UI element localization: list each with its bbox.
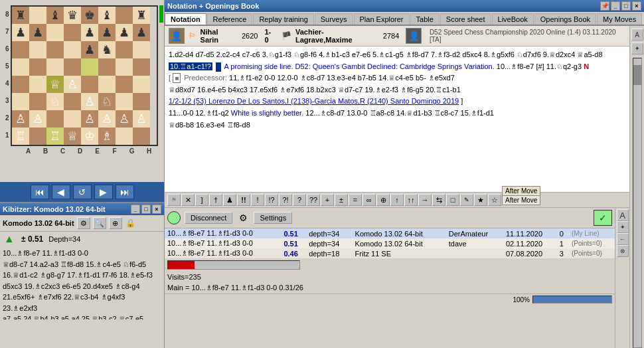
- toolbar-bracket-btn[interactable]: ]: [195, 194, 208, 206]
- square-d5[interactable]: [64, 58, 81, 76]
- square-h5[interactable]: [133, 58, 150, 76]
- move-9qxc4[interactable]: 9.♕d2xc4: [543, 50, 578, 58]
- notation-minimize[interactable]: _: [611, 1, 620, 11]
- move-16rfd8[interactable]: ♖f8-d8: [227, 121, 250, 129]
- square-c1[interactable]: ♖: [46, 128, 64, 145]
- toolbar-cross-btn[interactable]: ✕: [181, 194, 195, 206]
- square-c3[interactable]: ♘: [46, 93, 64, 110]
- square-c6[interactable]: [46, 41, 64, 58]
- move-3nf6[interactable]: ♘g8-f6: [293, 50, 319, 58]
- var-20rc1b1[interactable]: 20.♖c1-b1: [426, 86, 461, 94]
- tab-replay[interactable]: Replay training: [253, 13, 313, 25]
- square-g5[interactable]: [116, 58, 133, 76]
- toolbar-flag-btn[interactable]: ⚑: [167, 194, 181, 206]
- notation-pin[interactable]: 📌: [600, 1, 609, 11]
- square-e7[interactable]: ♟: [81, 24, 98, 41]
- move-7bd2[interactable]: 7.♗f3-d2: [431, 50, 462, 58]
- toolbar-star-empty-btn[interactable]: ☆: [488, 194, 501, 206]
- var-17e5xf6[interactable]: 17.e5xf6: [250, 86, 280, 94]
- toolbar-up2-btn[interactable]: ↑↑: [404, 194, 418, 206]
- var-16e5[interactable]: 16.e4-e5: [197, 86, 228, 94]
- square-a2[interactable]: ♙: [12, 110, 29, 128]
- move-5bg5[interactable]: 5.♗c1-g5: [372, 50, 406, 58]
- tab-reference[interactable]: Reference: [207, 13, 253, 25]
- tab-plan-explorer[interactable]: Plan Explorer: [354, 13, 410, 25]
- toolbar-plus-btn[interactable]: +: [321, 194, 334, 206]
- square-b3[interactable]: [29, 93, 46, 110]
- move-13ra8c8[interactable]: ♖a8-c8: [370, 109, 397, 117]
- square-g7[interactable]: ♟: [116, 24, 133, 41]
- move-1d4[interactable]: 1.d2-d4: [169, 50, 195, 58]
- square-b8[interactable]: [29, 7, 46, 24]
- toolbar-exclquest-btn[interactable]: !?: [265, 194, 278, 206]
- pred-13e4[interactable]: 13.e3-e4: [327, 74, 357, 82]
- notation-side-btn-1[interactable]: A: [631, 29, 643, 41]
- square-b1[interactable]: [29, 128, 46, 145]
- move-12bc8d7[interactable]: 12...♗c8-d7: [305, 109, 347, 117]
- kibitzer-zoom-btn[interactable]: ⊕: [109, 217, 122, 229]
- move-1d5[interactable]: d7-d5: [195, 50, 216, 58]
- engine-side-btn-4[interactable]: ⊗: [617, 245, 629, 257]
- square-c8[interactable]: ♝: [46, 7, 64, 24]
- flip-button[interactable]: ↺: [73, 185, 92, 199]
- square-f7[interactable]: ♟: [98, 24, 116, 41]
- pred-120[interactable]: 12.0-0: [278, 74, 300, 82]
- square-e4[interactable]: [81, 76, 98, 93]
- var-19be2f3[interactable]: 19.♗e2-f3: [364, 86, 400, 94]
- engine-side-btn-2[interactable]: ✦: [617, 221, 629, 233]
- square-c4[interactable]: ♕: [46, 76, 64, 93]
- notation-close[interactable]: ×: [632, 1, 641, 11]
- square-d4[interactable]: ♙: [64, 76, 81, 93]
- move-12bf1q2[interactable]: 12.♗f1-q2: [195, 109, 230, 117]
- kibitzer-lock-btn[interactable]: 🔒: [125, 217, 137, 229]
- square-f1[interactable]: ♗: [98, 128, 116, 145]
- var-qc7[interactable]: ♕d7-c7: [338, 86, 365, 94]
- result-link[interactable]: 1/2-1/2 (53) Lorenzo De Los Santos,I (21…: [169, 97, 459, 105]
- prev-button[interactable]: ◀: [52, 185, 70, 199]
- tab-livebook[interactable]: LiveBook: [492, 13, 534, 25]
- var-18b2xc3[interactable]: 18.b2xc3: [306, 86, 338, 94]
- square-b6[interactable]: [29, 41, 46, 58]
- var-bg5[interactable]: ♗f6-g5: [400, 86, 426, 94]
- toolbar-questexcl-btn[interactable]: ?!: [279, 194, 292, 206]
- tab-surveys[interactable]: Surveys: [315, 13, 353, 25]
- notation-scrollbar[interactable]: [633, 58, 642, 348]
- square-c5[interactable]: [46, 58, 64, 76]
- move-14qd1b3[interactable]: 14.♕d1-b3: [396, 109, 434, 117]
- square-g2[interactable]: ♙: [116, 110, 133, 128]
- square-d2[interactable]: [64, 110, 81, 128]
- square-e8[interactable]: ♚: [81, 7, 98, 24]
- square-g4[interactable]: [116, 76, 133, 93]
- tab-openings-book[interactable]: Openings Book: [534, 13, 596, 25]
- engine-check-button[interactable]: ✓: [594, 210, 612, 226]
- engine-row-3[interactable]: 10...♗f8-e7 11.♗f1-d3 0-0 0.46 depth=18 …: [165, 248, 615, 258]
- engine-row-1[interactable]: 10...♗f8-e7 11.♗f1-d3 0-0 0.51 depth=34 …: [165, 228, 615, 238]
- square-f4[interactable]: [98, 76, 116, 93]
- square-a7[interactable]: ♟: [12, 24, 29, 41]
- toolbar-exclaim-btn[interactable]: !: [251, 194, 264, 206]
- move-8bxf6[interactable]: 8.♗g5xf6: [484, 50, 517, 58]
- move-16e3e4[interactable]: 16.e3-e4: [196, 121, 226, 129]
- toolbar-circle-btn[interactable]: ⊕: [376, 194, 390, 206]
- chess-board[interactable]: ♜ ♝ ♛ ♚ ♝ ♜ ♟ ♟: [11, 5, 158, 146]
- move-13oo[interactable]: 13.0-0: [347, 109, 369, 117]
- settings-button[interactable]: Settings: [254, 212, 292, 224]
- square-h3[interactable]: [133, 93, 150, 110]
- square-g1[interactable]: [116, 128, 133, 145]
- move-15bf1d1[interactable]: 15.♗f1-d1: [461, 109, 494, 117]
- end-button[interactable]: ⏭: [116, 185, 134, 199]
- square-e5[interactable]: [81, 58, 98, 76]
- notation-side-btn-2[interactable]: ✦: [631, 43, 643, 54]
- square-d6[interactable]: [64, 41, 81, 58]
- toolbar-plusminus-btn[interactable]: ±: [335, 194, 348, 206]
- engine-side-btn-3[interactable]: ←: [617, 233, 629, 245]
- kibitzer-settings-btn[interactable]: ⚙: [77, 217, 90, 229]
- move-2c4[interactable]: 2.c2-c4: [216, 50, 242, 58]
- square-f5[interactable]: [98, 58, 116, 76]
- toolbar-inf-btn[interactable]: ∞: [362, 194, 376, 206]
- pred-b7b5[interactable]: b7-b5: [358, 74, 378, 82]
- square-f3[interactable]: ♘: [98, 93, 116, 110]
- square-e1[interactable]: ♔: [81, 128, 98, 145]
- square-f8[interactable]: ♝: [98, 7, 116, 24]
- pred-bc8d7[interactable]: ♗c8-d7: [300, 74, 327, 82]
